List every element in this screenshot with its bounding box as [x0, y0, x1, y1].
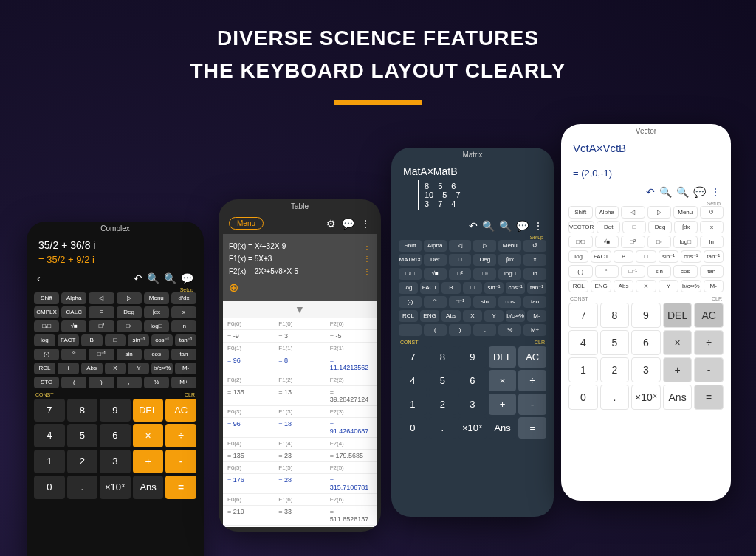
key-↺[interactable]: ↺: [523, 240, 546, 252]
history-icon[interactable]: 💬: [342, 218, 354, 230]
key-□▫[interactable]: □▫: [647, 236, 672, 248]
key-×[interactable]: ×: [489, 370, 517, 391]
key-□⁻¹[interactable]: □⁻¹: [449, 296, 472, 308]
key-0[interactable]: 0: [34, 476, 65, 499]
key-1[interactable]: 1: [34, 450, 65, 473]
key-Det[interactable]: Det: [424, 254, 447, 266]
key-X[interactable]: X: [463, 310, 482, 322]
key-8[interactable]: 8: [429, 346, 457, 368]
key-DEL[interactable]: DEL: [489, 346, 517, 368]
key-4[interactable]: 4: [34, 424, 65, 447]
key-÷[interactable]: ÷: [165, 424, 196, 447]
key-∫dx[interactable]: ∫dx: [144, 306, 169, 318]
key-RCL[interactable]: RCL: [399, 310, 418, 322]
undo-icon[interactable]: ↶: [134, 272, 142, 284]
key--[interactable]: -: [165, 450, 196, 473]
key-7[interactable]: 7: [34, 399, 65, 422]
key-RCL[interactable]: RCL: [34, 363, 55, 374]
key-Shift[interactable]: Shift: [568, 206, 593, 219]
edit-icon[interactable]: ⋮: [363, 255, 371, 263]
key-□²[interactable]: □²: [449, 268, 472, 280]
key-ln[interactable]: ln: [523, 268, 546, 280]
key-5[interactable]: 5: [600, 330, 630, 355]
key-□²[interactable]: □²: [89, 320, 114, 332]
add-fn-button[interactable]: ⊕: [229, 281, 371, 295]
key-9[interactable]: 9: [631, 303, 661, 328]
key-ln[interactable]: ln: [700, 236, 724, 248]
key-Alpha[interactable]: Alpha: [595, 206, 619, 219]
key-×[interactable]: ×: [663, 330, 693, 355]
key--[interactable]: -: [518, 394, 546, 415]
key--[interactable]: -: [694, 357, 724, 382]
more-icon[interactable]: ⋮: [533, 220, 543, 232]
key-7[interactable]: 7: [399, 346, 427, 368]
key-□/□[interactable]: □/□: [399, 268, 422, 280]
key-Ans[interactable]: Ans: [663, 385, 693, 410]
key-,[interactable]: ,: [473, 324, 496, 336]
key-=[interactable]: =: [518, 417, 546, 439]
table-row[interactable]: F0(5)F1(5)F2(5)= 176= 28= 315.7106781: [223, 462, 377, 494]
key-√■[interactable]: √■: [595, 236, 619, 248]
undo-icon[interactable]: ↶: [646, 186, 655, 198]
key-◁[interactable]: ◁: [621, 206, 645, 219]
zoom-out-icon[interactable]: 🔍: [147, 272, 159, 284]
key-b/c∞%[interactable]: b/c∞%: [151, 363, 173, 374]
zoom-in-icon[interactable]: 🔍: [164, 272, 176, 284]
key-sin⁻¹[interactable]: sin⁻¹: [659, 250, 678, 263]
key-Shift[interactable]: Shift: [399, 240, 422, 252]
fn-row[interactable]: F0(x) = X²+32X-9⋮: [229, 240, 371, 253]
key-9[interactable]: 9: [458, 346, 487, 368]
key-□/□[interactable]: □/□: [568, 236, 593, 248]
key-√■[interactable]: √■: [61, 320, 86, 332]
key-2[interactable]: 2: [429, 394, 457, 415]
key-3[interactable]: 3: [631, 357, 661, 382]
key-Alpha[interactable]: Alpha: [61, 292, 86, 304]
key-X[interactable]: X: [105, 363, 126, 374]
key-M-[interactable]: M-: [704, 280, 724, 292]
key-M+[interactable]: M+: [523, 324, 546, 336]
key-cos[interactable]: cos: [498, 296, 521, 308]
key-Ans[interactable]: Ans: [133, 476, 164, 499]
more-icon[interactable]: ⋮: [710, 186, 721, 198]
key-sin⁻¹[interactable]: sin⁻¹: [484, 282, 504, 294]
key-x[interactable]: x: [171, 306, 196, 318]
key-%[interactable]: %: [498, 324, 521, 336]
more-icon[interactable]: ⋮: [360, 218, 371, 230]
table-row[interactable]: F0(0)F1(0)F2(0)= -9= 3= -5: [223, 318, 377, 343]
key-log□[interactable]: log□: [144, 320, 169, 332]
key-∫dx[interactable]: ∫dx: [498, 254, 521, 266]
key-Abs[interactable]: Abs: [614, 280, 633, 292]
key-Ans[interactable]: Ans: [489, 417, 517, 439]
key-STO[interactable]: STO: [34, 377, 59, 388]
key-√■[interactable]: √■: [424, 268, 447, 280]
key-□[interactable]: □: [449, 254, 472, 266]
key-÷[interactable]: ÷: [694, 330, 724, 355]
expand-icon[interactable]: ▼: [223, 301, 377, 318]
key-,[interactable]: ,: [117, 377, 142, 388]
key-sin[interactable]: sin: [647, 265, 672, 278]
key-◁[interactable]: ◁: [89, 292, 114, 304]
key-Menu[interactable]: Menu: [144, 292, 169, 304]
key-□[interactable]: □: [622, 221, 646, 233]
key-)[interactable]: ): [89, 377, 114, 388]
key-▷[interactable]: ▷: [473, 240, 496, 252]
history-icon[interactable]: 💬: [181, 272, 193, 284]
table-row[interactable]: F0(3)F1(3)F2(3)= 96= 18= 91.42640687: [223, 406, 377, 438]
key-□[interactable]: □: [105, 334, 126, 346]
key-°'[interactable]: °': [595, 265, 619, 278]
key-B[interactable]: B: [441, 282, 461, 294]
fn-row[interactable]: F2(x) = 2X³+5√8×X-5⋮: [229, 265, 371, 278]
key-cos⁻¹[interactable]: cos⁻¹: [506, 282, 525, 294]
key-8[interactable]: 8: [67, 399, 98, 422]
key-FACT[interactable]: FACT: [591, 250, 611, 263]
key-tan[interactable]: tan: [171, 349, 196, 360]
key-Y[interactable]: Y: [659, 280, 678, 292]
key-cos[interactable]: cos: [144, 349, 169, 360]
table-row[interactable]: F0(1)F1(1)F2(1)= 96= 8= 11.14213562: [223, 343, 377, 374]
edit-icon[interactable]: ⋮: [363, 242, 371, 250]
key-□[interactable]: □: [636, 250, 656, 263]
key-log□[interactable]: log□: [673, 236, 698, 248]
key-≡[interactable]: ≡: [89, 306, 114, 318]
key-x[interactable]: x: [700, 221, 724, 233]
key-+[interactable]: +: [133, 450, 164, 473]
